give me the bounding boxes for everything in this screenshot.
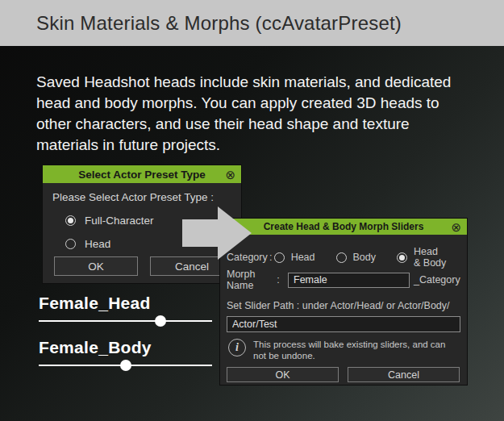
radio-label: Head (85, 238, 110, 250)
close-icon[interactable]: ⊗ (225, 169, 235, 181)
slider-handle[interactable] (120, 360, 131, 371)
intro-paragraph: Saved Headshot heads include skin materi… (36, 72, 451, 156)
radio-label: Full-Character (85, 215, 154, 227)
dialog-titlebar[interactable]: Create Head & Body Morph Sliders ⊗ (220, 219, 467, 235)
info-note: i This process will bake existing slider… (228, 339, 453, 361)
close-icon[interactable]: ⊗ (451, 221, 461, 233)
dialog-title: Select Actor Preset Type (78, 169, 206, 181)
radio-icon[interactable] (274, 252, 285, 263)
slider-female-body: Female_Body (39, 338, 212, 366)
morph-name-input[interactable] (288, 273, 410, 288)
slider-label: Female_Body (39, 338, 212, 357)
preset-prompt: Please Select Actor Preset Type : (52, 191, 241, 203)
intro-line: Saved Headshot heads include skin materi… (36, 72, 451, 93)
intro-line: materials in future projects. (36, 135, 451, 156)
slider-path-input[interactable] (227, 316, 460, 332)
colon: : (273, 274, 283, 286)
radio-label: Head & Body (414, 246, 447, 269)
morph-name-row: Morph Name : _Category (227, 269, 460, 291)
radio-option-head[interactable]: Head (274, 252, 315, 263)
category-row: Category : Head Body Head & Body (227, 246, 468, 269)
slider-path-label: Set Slider Path : under Actor/Head/ or A… (227, 300, 450, 311)
radio-icon[interactable] (336, 252, 347, 263)
info-text: This process will bake existing sliders,… (253, 339, 453, 361)
morph-name-label: Morph Name (227, 269, 273, 291)
slider-track[interactable] (39, 365, 212, 366)
ok-button[interactable]: OK (54, 256, 138, 276)
slider-label: Female_Head (39, 294, 212, 313)
radio-label: Head (291, 252, 315, 263)
intro-line: other characters, and use their head sha… (36, 114, 451, 135)
ok-button[interactable]: OK (227, 367, 339, 382)
slider-female-head: Female_Head (39, 294, 212, 322)
radio-option-body[interactable]: Body (336, 252, 377, 263)
intro-line: head and body morphs. You can apply crea… (36, 93, 451, 114)
page-title: Skin Materials & Morphs (ccAvatarPreset) (36, 12, 402, 35)
slider-track[interactable] (39, 320, 212, 322)
radio-option-head-and-body[interactable]: Head & Body (397, 246, 447, 269)
arrow-right-icon (182, 205, 253, 261)
radio-icon[interactable] (397, 252, 407, 263)
slider-handle[interactable] (155, 315, 166, 327)
dialog-titlebar[interactable]: Select Actor Preset Type ⊗ (43, 165, 241, 183)
info-icon: i (228, 339, 246, 356)
colon: : (268, 252, 274, 263)
morph-name-suffix: _Category (414, 274, 460, 286)
create-morph-sliders-dialog: Create Head & Body Morph Sliders ⊗ Categ… (219, 218, 468, 386)
page: Skin Materials & Morphs (ccAvatarPreset)… (0, 0, 504, 421)
radio-label: Body (353, 252, 377, 263)
cancel-button[interactable]: Cancel (348, 367, 460, 382)
radio-icon[interactable] (65, 215, 76, 226)
dialog-title: Create Head & Body Morph Sliders (264, 221, 424, 232)
page-header: Skin Materials & Morphs (ccAvatarPreset) (0, 0, 504, 46)
radio-icon[interactable] (65, 239, 76, 249)
